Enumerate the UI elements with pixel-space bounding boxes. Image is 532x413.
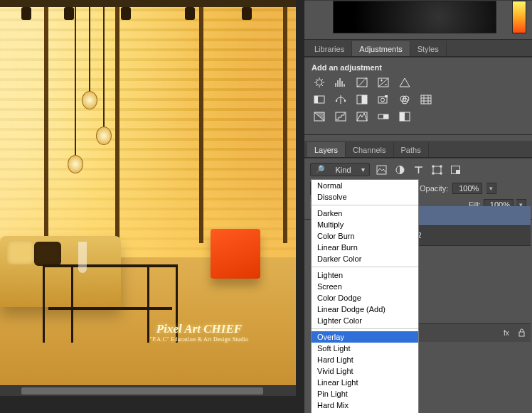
svg-text:fx: fx xyxy=(504,329,509,337)
channel-mixer-icon[interactable] xyxy=(397,93,413,106)
filter-pixel-icon[interactable] xyxy=(374,163,388,176)
hue-saturation-icon[interactable] xyxy=(312,93,327,106)
blend-mode-option[interactable]: Dissolve xyxy=(312,191,418,203)
svg-rect-9 xyxy=(378,97,387,103)
filter-type-icon[interactable] xyxy=(411,163,425,176)
tab-libraries[interactable]: Libraries xyxy=(307,41,352,56)
gradient-map-icon[interactable] xyxy=(376,110,391,123)
invert-icon[interactable] xyxy=(312,110,327,123)
layer-fx-icon[interactable]: fx xyxy=(504,328,513,338)
svg-rect-25 xyxy=(433,166,441,173)
brightness-contrast-icon[interactable] xyxy=(312,76,327,89)
blend-mode-option[interactable]: Pin Light xyxy=(312,388,418,399)
tab-paths[interactable]: Paths xyxy=(394,142,429,157)
selective-color-icon[interactable] xyxy=(397,110,413,123)
blend-mode-option[interactable]: Lighten xyxy=(312,269,418,281)
watermark: Pixel Art CHIEF "P.A.C" Education & Art … xyxy=(128,322,270,343)
levels-icon[interactable] xyxy=(333,76,349,89)
tab-channels[interactable]: Channels xyxy=(346,142,393,157)
svg-rect-8 xyxy=(362,95,367,104)
svg-rect-29 xyxy=(440,172,442,174)
tab-adjustments[interactable]: Adjustments xyxy=(352,41,410,56)
watermark-title: Pixel Art CHIEF xyxy=(128,322,270,336)
blend-mode-option[interactable]: Darken xyxy=(312,208,418,219)
blend-mode-option[interactable]: Linear Light xyxy=(312,377,418,388)
chevron-down-icon: ▾ xyxy=(361,166,365,173)
svg-rect-15 xyxy=(421,95,431,104)
blend-mode-option[interactable]: Lighter Color xyxy=(312,315,418,326)
layers-tabstrip: Layers Channels Paths xyxy=(304,141,532,158)
svg-rect-11 xyxy=(385,95,388,97)
layers-footer: fx xyxy=(415,323,531,342)
svg-point-10 xyxy=(381,98,385,102)
opacity-label: Opacity: xyxy=(420,184,448,193)
blend-mode-option[interactable]: Overlay xyxy=(312,331,418,343)
filter-shape-icon[interactable] xyxy=(430,163,444,176)
gradient-preview[interactable] xyxy=(333,1,496,33)
kind-label: Kind xyxy=(335,166,351,174)
lock-icon[interactable] xyxy=(517,328,526,338)
svg-rect-31 xyxy=(456,170,460,174)
color-balance-icon[interactable] xyxy=(333,93,349,106)
black-white-icon[interactable] xyxy=(354,93,370,106)
adjustments-panel: Add an adjustment xyxy=(304,57,532,135)
color-lookup-icon[interactable] xyxy=(418,93,434,106)
document-canvas[interactable]: Pixel Art CHIEF "P.A.C" Education & Art … xyxy=(0,0,296,385)
posterize-icon[interactable] xyxy=(333,110,349,123)
blend-mode-option[interactable]: Hard Mix xyxy=(312,399,418,411)
opacity-dropdown-icon[interactable]: ▾ xyxy=(486,183,496,194)
photo-filter-icon[interactable] xyxy=(376,93,391,106)
menu-separator xyxy=(312,267,418,267)
filter-adjustment-icon[interactable] xyxy=(393,163,407,176)
scrollbar-thumb[interactable] xyxy=(21,387,263,395)
gradient-preview-panel xyxy=(304,0,532,40)
blend-mode-option[interactable]: Multiply xyxy=(312,219,418,230)
blend-mode-option[interactable]: Vivid Light xyxy=(312,365,418,377)
gradient-ramp[interactable] xyxy=(512,1,526,33)
blend-mode-option[interactable]: Hard Light xyxy=(312,354,418,365)
curves-icon[interactable] xyxy=(354,76,370,89)
svg-rect-20 xyxy=(383,114,388,119)
svg-point-5 xyxy=(336,100,337,102)
threshold-icon[interactable] xyxy=(354,110,370,123)
svg-point-6 xyxy=(344,100,346,102)
filter-smartobject-icon[interactable] xyxy=(448,163,462,176)
blend-mode-option[interactable]: Linear Burn xyxy=(312,242,418,253)
tab-layers[interactable]: Layers xyxy=(307,142,346,157)
blend-mode-option[interactable]: Soft Light xyxy=(312,343,418,354)
layer-item[interactable] xyxy=(415,206,531,226)
svg-point-0 xyxy=(316,80,322,85)
blend-mode-option[interactable]: Color Burn xyxy=(312,230,418,242)
blend-mode-option[interactable]: Screen xyxy=(312,281,418,292)
opacity-value[interactable]: 100% xyxy=(452,183,482,194)
vibrance-icon[interactable] xyxy=(397,76,413,89)
horizontal-scrollbar[interactable] xyxy=(0,386,296,396)
svg-rect-4 xyxy=(314,96,318,103)
blend-mode-option[interactable]: Color Dodge xyxy=(312,292,418,304)
exposure-icon[interactable] xyxy=(376,76,391,89)
adjustments-tabstrip: Libraries Adjustments Styles xyxy=(304,40,532,57)
canvas-area: Pixel Art CHIEF "P.A.C" Education & Art … xyxy=(0,0,304,413)
svg-rect-27 xyxy=(440,165,442,167)
layer-filter-kind-select[interactable]: 🔎 Kind ▾ xyxy=(310,163,370,176)
search-icon: 🔎 xyxy=(315,165,325,174)
layer-item[interactable]: 2 xyxy=(415,226,531,246)
svg-rect-26 xyxy=(432,165,434,167)
blend-mode-option[interactable]: Normal xyxy=(312,180,418,191)
svg-rect-22 xyxy=(400,112,405,121)
layer-list: 2 xyxy=(415,206,531,246)
adjustments-title: Add an adjustment xyxy=(312,63,525,72)
blend-mode-option[interactable]: Darker Color xyxy=(312,253,418,264)
blend-mode-option[interactable]: Linear Dodge (Add) xyxy=(312,304,418,315)
svg-rect-28 xyxy=(432,172,434,174)
svg-rect-38 xyxy=(519,332,524,336)
menu-separator xyxy=(312,205,418,205)
tab-styles[interactable]: Styles xyxy=(410,41,447,56)
menu-separator xyxy=(312,328,418,329)
watermark-subtitle: "P.A.C" Education & Art Design Studio xyxy=(128,336,270,343)
blend-mode-menu[interactable]: NormalDissolveDarkenMultiplyColor BurnLi… xyxy=(311,179,419,413)
